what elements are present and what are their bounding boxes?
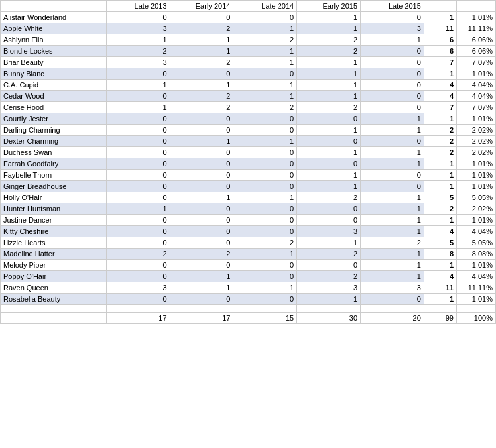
table-row: Hunter Huntsman1000122.02% xyxy=(1,203,496,215)
cell-early2014: 0 xyxy=(170,226,233,237)
cell-early2014: 2 xyxy=(170,102,233,113)
table-row: Alistair Wonderland0001011.01% xyxy=(1,12,496,23)
cell-early2014: 0 xyxy=(170,158,233,170)
cell-late2014: 1 xyxy=(233,80,297,91)
cell-late2014: 2 xyxy=(233,237,297,249)
table-row: Rosabella Beauty0001011.01% xyxy=(1,294,496,305)
cell-late2014: 1 xyxy=(233,282,297,294)
cell-late2014: 0 xyxy=(233,125,297,136)
cell-late2015: 0 xyxy=(361,181,424,192)
cell-late2015: 3 xyxy=(361,23,424,34)
cell-early2015: 2 xyxy=(297,102,361,113)
cell-name: Briar Beauty xyxy=(1,57,107,68)
cell-early2014: 2 xyxy=(170,91,233,102)
cell-name: Kitty Cheshire xyxy=(1,226,107,237)
cell-early2015: 3 xyxy=(297,282,361,294)
cell-early2014: 1 xyxy=(170,34,233,46)
cell-late2015: 0 xyxy=(361,46,424,57)
cell-late2014: 0 xyxy=(233,271,297,282)
cell-late2014: 1 xyxy=(233,136,297,147)
cell-early2014: 0 xyxy=(170,260,233,271)
header-row: Late 2013 Early 2014 Late 2014 Early 201… xyxy=(1,1,496,12)
cell-late2013: 2 xyxy=(106,46,170,57)
cell-pct: 7.07% xyxy=(457,102,496,113)
cell-early2014: 1 xyxy=(170,46,233,57)
cell-late2013: 0 xyxy=(106,237,170,249)
cell-late2013: 1 xyxy=(106,34,170,46)
cell-late2013: 0 xyxy=(106,215,170,226)
cell-early2014: 0 xyxy=(170,181,233,192)
table-row: Farrah Goodfairy0000111.01% xyxy=(1,158,496,170)
cell-pct: 1.01% xyxy=(457,68,496,80)
cell-total: 5 xyxy=(424,237,456,249)
footer-early2014: 17 xyxy=(170,313,233,324)
cell-name: Apple White xyxy=(1,23,107,34)
cell-total: 1 xyxy=(424,68,456,80)
cell-name: Lizzie Hearts xyxy=(1,237,107,249)
cell-early2014: 1 xyxy=(170,80,233,91)
cell-early2015: 1 xyxy=(297,237,361,249)
cell-early2014: 1 xyxy=(170,271,233,282)
cell-early2015: 1 xyxy=(297,80,361,91)
table-row: C.A. Cupid1111044.04% xyxy=(1,80,496,91)
cell-pct: 6.06% xyxy=(457,46,496,57)
cell-late2013: 0 xyxy=(106,294,170,305)
cell-name: Ginger Breadhouse xyxy=(1,181,107,192)
cell-total: 11 xyxy=(424,23,456,34)
table-row: Holly O'Hair0112155.05% xyxy=(1,192,496,203)
cell-pct: 4.04% xyxy=(457,226,496,237)
header-pct xyxy=(457,1,496,12)
cell-total: 4 xyxy=(424,271,456,282)
cell-early2015: 0 xyxy=(297,215,361,226)
cell-total: 2 xyxy=(424,125,456,136)
table-row: Cedar Wood0211044.04% xyxy=(1,91,496,102)
cell-total: 1 xyxy=(424,294,456,305)
cell-late2013: 3 xyxy=(106,23,170,34)
cell-late2015: 1 xyxy=(361,271,424,282)
cell-early2015: 1 xyxy=(297,170,361,181)
cell-total: 1 xyxy=(424,113,456,125)
cell-name: Bunny Blanc xyxy=(1,68,107,80)
cell-late2015: 1 xyxy=(361,249,424,260)
cell-name: Cerise Hood xyxy=(1,102,107,113)
table-row: Duchess Swan0001122.02% xyxy=(1,147,496,158)
table-row: Apple White321131111.11% xyxy=(1,23,496,34)
cell-late2015: 2 xyxy=(361,237,424,249)
cell-late2014: 0 xyxy=(233,68,297,80)
cell-total: 4 xyxy=(424,91,456,102)
cell-pct: 1.01% xyxy=(457,12,496,23)
cell-late2013: 0 xyxy=(106,271,170,282)
cell-late2015: 0 xyxy=(361,170,424,181)
cell-late2015: 1 xyxy=(361,158,424,170)
cell-total: 1 xyxy=(424,260,456,271)
cell-pct: 1.01% xyxy=(457,170,496,181)
cell-total: 4 xyxy=(424,80,456,91)
cell-early2014: 0 xyxy=(170,215,233,226)
cell-late2014: 0 xyxy=(233,181,297,192)
table-row: Dexter Charming0110022.02% xyxy=(1,136,496,147)
cell-late2015: 1 xyxy=(361,203,424,215)
cell-pct: 2.02% xyxy=(457,147,496,158)
cell-late2013: 3 xyxy=(106,282,170,294)
cell-early2014: 0 xyxy=(170,68,233,80)
table-row: Ashlynn Ella1122166.06% xyxy=(1,34,496,46)
table-row: Raven Queen311331111.11% xyxy=(1,282,496,294)
cell-total: 1 xyxy=(424,181,456,192)
cell-early2015: 2 xyxy=(297,271,361,282)
cell-early2015: 0 xyxy=(297,260,361,271)
cell-early2014: 0 xyxy=(170,113,233,125)
cell-pct: 7.07% xyxy=(457,57,496,68)
cell-early2014: 0 xyxy=(170,170,233,181)
table-row: Courtly Jester0000111.01% xyxy=(1,113,496,125)
cell-late2015: 0 xyxy=(361,102,424,113)
cell-total: 1 xyxy=(424,215,456,226)
cell-total: 6 xyxy=(424,46,456,57)
cell-early2015: 0 xyxy=(297,136,361,147)
header-early2014: Early 2014 xyxy=(170,1,233,12)
cell-name: Courtly Jester xyxy=(1,113,107,125)
header-name xyxy=(1,1,107,12)
footer-label xyxy=(1,313,107,324)
header-early2015: Early 2015 xyxy=(297,1,361,12)
cell-late2015: 3 xyxy=(361,282,424,294)
cell-late2013: 0 xyxy=(106,260,170,271)
